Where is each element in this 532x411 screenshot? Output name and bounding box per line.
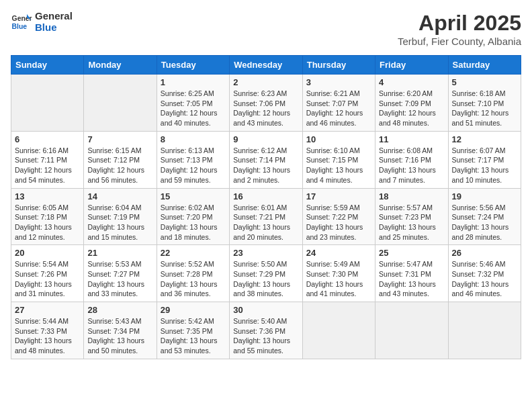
day-detail: Sunrise: 5:43 AMSunset: 7:34 PMDaylight:… bbox=[87, 316, 152, 356]
calendar-table: SundayMondayTuesdayWednesdayThursdayFrid… bbox=[11, 55, 521, 359]
weekday-header-thursday: Thursday bbox=[302, 56, 375, 75]
weekday-header-monday: Monday bbox=[84, 56, 157, 75]
page-header: General Blue General Blue April 2025 Ter… bbox=[11, 11, 521, 47]
calendar-cell bbox=[11, 75, 84, 132]
day-detail: Sunrise: 5:53 AMSunset: 7:27 PMDaylight:… bbox=[87, 259, 152, 299]
calendar-cell: 19Sunrise: 5:56 AMSunset: 7:24 PMDayligh… bbox=[448, 188, 521, 245]
day-number: 2 bbox=[233, 77, 298, 87]
weekday-header-friday: Friday bbox=[375, 56, 448, 75]
day-number: 3 bbox=[306, 77, 371, 87]
weekday-header-sunday: Sunday bbox=[11, 56, 84, 75]
calendar-cell: 1Sunrise: 6:25 AMSunset: 7:05 PMDaylight… bbox=[157, 75, 229, 132]
day-detail: Sunrise: 6:05 AMSunset: 7:18 PMDaylight:… bbox=[15, 203, 80, 242]
day-number: 9 bbox=[233, 134, 298, 144]
calendar-week-4: 20Sunrise: 5:54 AMSunset: 7:26 PMDayligh… bbox=[11, 245, 521, 302]
day-detail: Sunrise: 6:18 AMSunset: 7:10 PMDaylight:… bbox=[452, 89, 517, 128]
day-number: 12 bbox=[452, 134, 517, 144]
title-block: April 2025 Terbuf, Fier County, Albania bbox=[398, 11, 521, 47]
day-detail: Sunrise: 5:42 AMSunset: 7:35 PMDaylight:… bbox=[161, 316, 226, 356]
day-number: 22 bbox=[161, 248, 226, 258]
calendar-cell: 14Sunrise: 6:04 AMSunset: 7:19 PMDayligh… bbox=[84, 188, 157, 245]
calendar-cell: 24Sunrise: 5:49 AMSunset: 7:30 PMDayligh… bbox=[302, 245, 375, 302]
day-number: 29 bbox=[161, 305, 226, 315]
day-number: 23 bbox=[233, 248, 298, 258]
calendar-cell bbox=[448, 302, 521, 359]
day-detail: Sunrise: 6:15 AMSunset: 7:12 PMDaylight:… bbox=[87, 146, 152, 185]
calendar-cell: 11Sunrise: 6:08 AMSunset: 7:16 PMDayligh… bbox=[375, 131, 448, 188]
day-number: 19 bbox=[452, 191, 517, 201]
day-detail: Sunrise: 6:13 AMSunset: 7:13 PMDaylight:… bbox=[161, 146, 226, 185]
calendar-cell: 3Sunrise: 6:21 AMSunset: 7:07 PMDaylight… bbox=[302, 75, 375, 132]
calendar-cell: 13Sunrise: 6:05 AMSunset: 7:18 PMDayligh… bbox=[11, 188, 84, 245]
day-number: 11 bbox=[379, 134, 444, 144]
day-number: 27 bbox=[15, 305, 80, 315]
calendar-cell: 6Sunrise: 6:16 AMSunset: 7:11 PMDaylight… bbox=[11, 131, 84, 188]
day-number: 4 bbox=[379, 77, 444, 87]
day-detail: Sunrise: 6:16 AMSunset: 7:11 PMDaylight:… bbox=[15, 146, 80, 185]
day-number: 24 bbox=[306, 248, 371, 258]
day-detail: Sunrise: 5:59 AMSunset: 7:22 PMDaylight:… bbox=[306, 203, 371, 242]
calendar-cell: 16Sunrise: 6:01 AMSunset: 7:21 PMDayligh… bbox=[230, 188, 302, 245]
calendar-cell bbox=[302, 302, 375, 359]
day-number: 8 bbox=[161, 134, 226, 144]
day-detail: Sunrise: 5:54 AMSunset: 7:26 PMDaylight:… bbox=[15, 259, 80, 299]
day-detail: Sunrise: 6:23 AMSunset: 7:06 PMDaylight:… bbox=[233, 89, 298, 128]
calendar-cell: 21Sunrise: 5:53 AMSunset: 7:27 PMDayligh… bbox=[84, 245, 157, 302]
day-detail: Sunrise: 6:20 AMSunset: 7:09 PMDaylight:… bbox=[379, 89, 444, 128]
calendar-cell: 2Sunrise: 6:23 AMSunset: 7:06 PMDaylight… bbox=[230, 75, 302, 132]
day-detail: Sunrise: 6:10 AMSunset: 7:15 PMDaylight:… bbox=[306, 146, 371, 185]
day-detail: Sunrise: 6:21 AMSunset: 7:07 PMDaylight:… bbox=[306, 89, 371, 128]
logo-icon: General Blue bbox=[11, 11, 32, 33]
location-subtitle: Terbuf, Fier County, Albania bbox=[398, 36, 521, 47]
day-detail: Sunrise: 5:52 AMSunset: 7:28 PMDaylight:… bbox=[161, 259, 226, 299]
day-number: 18 bbox=[379, 191, 444, 201]
day-detail: Sunrise: 6:25 AMSunset: 7:05 PMDaylight:… bbox=[161, 89, 226, 128]
day-detail: Sunrise: 5:50 AMSunset: 7:29 PMDaylight:… bbox=[233, 259, 298, 299]
day-number: 25 bbox=[379, 248, 444, 258]
day-detail: Sunrise: 6:08 AMSunset: 7:16 PMDaylight:… bbox=[379, 146, 444, 185]
calendar-cell: 22Sunrise: 5:52 AMSunset: 7:28 PMDayligh… bbox=[157, 245, 229, 302]
calendar-cell: 20Sunrise: 5:54 AMSunset: 7:26 PMDayligh… bbox=[11, 245, 84, 302]
calendar-cell: 7Sunrise: 6:15 AMSunset: 7:12 PMDaylight… bbox=[84, 131, 157, 188]
day-number: 20 bbox=[15, 248, 80, 258]
calendar-cell: 5Sunrise: 6:18 AMSunset: 7:10 PMDaylight… bbox=[448, 75, 521, 132]
day-detail: Sunrise: 5:57 AMSunset: 7:23 PMDaylight:… bbox=[379, 203, 444, 242]
day-number: 14 bbox=[87, 191, 152, 201]
weekday-header-tuesday: Tuesday bbox=[157, 56, 229, 75]
calendar-cell: 9Sunrise: 6:12 AMSunset: 7:14 PMDaylight… bbox=[230, 131, 302, 188]
calendar-cell: 29Sunrise: 5:42 AMSunset: 7:35 PMDayligh… bbox=[157, 302, 229, 359]
calendar-header-row: SundayMondayTuesdayWednesdayThursdayFrid… bbox=[11, 56, 521, 75]
day-number: 10 bbox=[306, 134, 371, 144]
weekday-header-wednesday: Wednesday bbox=[230, 56, 302, 75]
weekday-header-saturday: Saturday bbox=[448, 56, 521, 75]
calendar-body: 1Sunrise: 6:25 AMSunset: 7:05 PMDaylight… bbox=[11, 75, 521, 359]
calendar-cell: 18Sunrise: 5:57 AMSunset: 7:23 PMDayligh… bbox=[375, 188, 448, 245]
calendar-cell: 17Sunrise: 5:59 AMSunset: 7:22 PMDayligh… bbox=[302, 188, 375, 245]
calendar-week-2: 6Sunrise: 6:16 AMSunset: 7:11 PMDaylight… bbox=[11, 131, 521, 188]
day-detail: Sunrise: 5:44 AMSunset: 7:33 PMDaylight:… bbox=[15, 316, 80, 356]
day-detail: Sunrise: 5:47 AMSunset: 7:31 PMDaylight:… bbox=[379, 259, 444, 299]
calendar-cell: 10Sunrise: 6:10 AMSunset: 7:15 PMDayligh… bbox=[302, 131, 375, 188]
day-number: 26 bbox=[452, 248, 517, 258]
calendar-cell: 25Sunrise: 5:47 AMSunset: 7:31 PMDayligh… bbox=[375, 245, 448, 302]
day-number: 5 bbox=[452, 77, 517, 87]
day-number: 15 bbox=[161, 191, 226, 201]
calendar-cell: 30Sunrise: 5:40 AMSunset: 7:36 PMDayligh… bbox=[230, 302, 302, 359]
calendar-cell: 26Sunrise: 5:46 AMSunset: 7:32 PMDayligh… bbox=[448, 245, 521, 302]
day-detail: Sunrise: 5:46 AMSunset: 7:32 PMDaylight:… bbox=[452, 259, 517, 299]
calendar-cell bbox=[375, 302, 448, 359]
day-detail: Sunrise: 6:04 AMSunset: 7:19 PMDaylight:… bbox=[87, 203, 152, 242]
day-detail: Sunrise: 6:07 AMSunset: 7:17 PMDaylight:… bbox=[452, 146, 517, 185]
logo-blue: Blue bbox=[35, 22, 73, 34]
day-detail: Sunrise: 6:02 AMSunset: 7:20 PMDaylight:… bbox=[161, 203, 226, 242]
logo: General Blue General Blue bbox=[11, 11, 73, 33]
day-number: 1 bbox=[161, 77, 226, 87]
day-number: 21 bbox=[87, 248, 152, 258]
svg-text:Blue: Blue bbox=[12, 22, 28, 30]
logo-general: General bbox=[35, 11, 73, 22]
month-title: April 2025 bbox=[398, 11, 521, 36]
calendar-cell bbox=[84, 75, 157, 132]
calendar-cell: 27Sunrise: 5:44 AMSunset: 7:33 PMDayligh… bbox=[11, 302, 84, 359]
day-number: 28 bbox=[87, 305, 152, 315]
day-detail: Sunrise: 6:12 AMSunset: 7:14 PMDaylight:… bbox=[233, 146, 298, 185]
